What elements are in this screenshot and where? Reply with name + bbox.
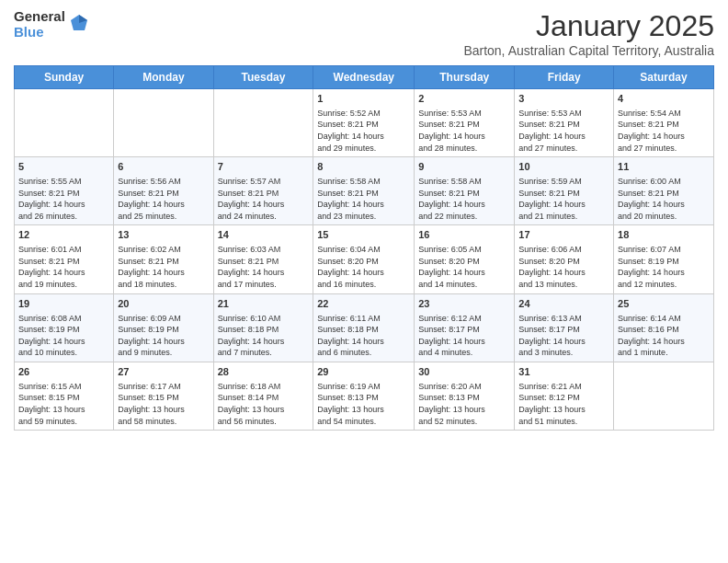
day-number: 5 bbox=[18, 160, 109, 174]
day-info: Sunrise: 6:21 AM Sunset: 8:12 PM Dayligh… bbox=[518, 381, 609, 427]
calendar-day: 14Sunrise: 6:03 AM Sunset: 8:21 PM Dayli… bbox=[213, 225, 313, 293]
day-number: 26 bbox=[18, 365, 109, 379]
day-info: Sunrise: 6:03 AM Sunset: 8:21 PM Dayligh… bbox=[218, 244, 310, 290]
day-number: 25 bbox=[618, 297, 710, 311]
logo-blue: Blue bbox=[14, 25, 44, 40]
day-info: Sunrise: 6:09 AM Sunset: 8:19 PM Dayligh… bbox=[118, 313, 209, 359]
day-info: Sunrise: 6:20 AM Sunset: 8:13 PM Dayligh… bbox=[418, 381, 510, 427]
day-number: 11 bbox=[618, 160, 710, 174]
day-info: Sunrise: 5:56 AM Sunset: 8:21 PM Dayligh… bbox=[118, 176, 209, 222]
calendar-day: 1Sunrise: 5:52 AM Sunset: 8:21 PM Daylig… bbox=[313, 89, 415, 157]
day-number: 3 bbox=[518, 92, 609, 106]
day-info: Sunrise: 6:00 AM Sunset: 8:21 PM Dayligh… bbox=[618, 176, 710, 222]
day-info: Sunrise: 5:54 AM Sunset: 8:21 PM Dayligh… bbox=[618, 108, 710, 154]
day-number: 19 bbox=[18, 297, 109, 311]
day-number: 10 bbox=[518, 160, 609, 174]
col-saturday: Saturday bbox=[614, 66, 714, 89]
day-number: 6 bbox=[118, 160, 209, 174]
day-info: Sunrise: 6:06 AM Sunset: 8:20 PM Dayligh… bbox=[518, 244, 609, 290]
day-info: Sunrise: 5:59 AM Sunset: 8:21 PM Dayligh… bbox=[518, 176, 609, 222]
calendar-page: General Blue January 2025 Barton, Austra… bbox=[0, 0, 728, 563]
day-number: 21 bbox=[218, 297, 310, 311]
day-number: 12 bbox=[18, 228, 109, 242]
day-number: 20 bbox=[118, 297, 209, 311]
calendar-week-row: 5Sunrise: 5:55 AM Sunset: 8:21 PM Daylig… bbox=[15, 157, 714, 225]
day-info: Sunrise: 6:05 AM Sunset: 8:20 PM Dayligh… bbox=[418, 244, 510, 290]
day-info: Sunrise: 6:04 AM Sunset: 8:20 PM Dayligh… bbox=[317, 244, 410, 290]
day-number: 13 bbox=[118, 228, 209, 242]
calendar-day: 7Sunrise: 5:57 AM Sunset: 8:21 PM Daylig… bbox=[213, 157, 313, 225]
calendar-day: 29Sunrise: 6:19 AM Sunset: 8:13 PM Dayli… bbox=[313, 362, 415, 430]
calendar-day: 10Sunrise: 5:59 AM Sunset: 8:21 PM Dayli… bbox=[515, 157, 614, 225]
day-number: 24 bbox=[518, 297, 609, 311]
calendar-day: 26Sunrise: 6:15 AM Sunset: 8:15 PM Dayli… bbox=[15, 362, 114, 430]
day-number: 31 bbox=[518, 365, 609, 379]
col-tuesday: Tuesday bbox=[213, 66, 313, 89]
calendar-week-row: 19Sunrise: 6:08 AM Sunset: 8:19 PM Dayli… bbox=[15, 293, 714, 362]
day-info: Sunrise: 6:15 AM Sunset: 8:15 PM Dayligh… bbox=[18, 381, 109, 427]
title-block: January 2025 Barton, Australian Capital … bbox=[463, 9, 714, 58]
day-number: 17 bbox=[518, 228, 609, 242]
calendar-day: 17Sunrise: 6:06 AM Sunset: 8:20 PM Dayli… bbox=[515, 225, 614, 293]
calendar-day: 20Sunrise: 6:09 AM Sunset: 8:19 PM Dayli… bbox=[114, 293, 213, 362]
day-info: Sunrise: 6:18 AM Sunset: 8:14 PM Dayligh… bbox=[218, 381, 310, 427]
day-info: Sunrise: 6:17 AM Sunset: 8:15 PM Dayligh… bbox=[118, 381, 209, 427]
day-info: Sunrise: 5:53 AM Sunset: 8:21 PM Dayligh… bbox=[418, 108, 510, 154]
day-number: 30 bbox=[418, 365, 510, 379]
calendar-day: 9Sunrise: 5:58 AM Sunset: 8:21 PM Daylig… bbox=[415, 157, 515, 225]
col-sunday: Sunday bbox=[15, 66, 114, 89]
day-number: 14 bbox=[218, 228, 310, 242]
calendar-day: 27Sunrise: 6:17 AM Sunset: 8:15 PM Dayli… bbox=[114, 362, 213, 430]
day-info: Sunrise: 5:57 AM Sunset: 8:21 PM Dayligh… bbox=[218, 176, 310, 222]
logo-icon bbox=[69, 13, 89, 37]
day-info: Sunrise: 6:02 AM Sunset: 8:21 PM Dayligh… bbox=[118, 244, 209, 290]
day-number: 29 bbox=[317, 365, 410, 379]
calendar-day: 13Sunrise: 6:02 AM Sunset: 8:21 PM Dayli… bbox=[114, 225, 213, 293]
logo: General Blue bbox=[14, 9, 89, 40]
calendar-week-row: 12Sunrise: 6:01 AM Sunset: 8:21 PM Dayli… bbox=[15, 225, 714, 293]
calendar-day: 12Sunrise: 6:01 AM Sunset: 8:21 PM Dayli… bbox=[15, 225, 114, 293]
day-number: 8 bbox=[317, 160, 410, 174]
calendar-day: 18Sunrise: 6:07 AM Sunset: 8:19 PM Dayli… bbox=[614, 225, 714, 293]
calendar-day: 30Sunrise: 6:20 AM Sunset: 8:13 PM Dayli… bbox=[415, 362, 515, 430]
day-number: 1 bbox=[317, 92, 410, 106]
month-title: January 2025 bbox=[463, 9, 714, 43]
day-number: 16 bbox=[418, 228, 510, 242]
day-info: Sunrise: 5:52 AM Sunset: 8:21 PM Dayligh… bbox=[317, 108, 410, 154]
day-info: Sunrise: 6:10 AM Sunset: 8:18 PM Dayligh… bbox=[218, 313, 310, 359]
calendar-day: 3Sunrise: 5:53 AM Sunset: 8:21 PM Daylig… bbox=[515, 89, 614, 157]
calendar-day: 24Sunrise: 6:13 AM Sunset: 8:17 PM Dayli… bbox=[515, 293, 614, 362]
location-subtitle: Barton, Australian Capital Territory, Au… bbox=[463, 43, 714, 58]
day-number: 2 bbox=[418, 92, 510, 106]
day-info: Sunrise: 5:55 AM Sunset: 8:21 PM Dayligh… bbox=[18, 176, 109, 222]
calendar-day: 15Sunrise: 6:04 AM Sunset: 8:20 PM Dayli… bbox=[313, 225, 415, 293]
day-info: Sunrise: 6:12 AM Sunset: 8:17 PM Dayligh… bbox=[418, 313, 510, 359]
calendar-day: 5Sunrise: 5:55 AM Sunset: 8:21 PM Daylig… bbox=[15, 157, 114, 225]
calendar-day: 8Sunrise: 5:58 AM Sunset: 8:21 PM Daylig… bbox=[313, 157, 415, 225]
day-info: Sunrise: 6:19 AM Sunset: 8:13 PM Dayligh… bbox=[317, 381, 410, 427]
calendar-day: 31Sunrise: 6:21 AM Sunset: 8:12 PM Dayli… bbox=[515, 362, 614, 430]
day-number: 27 bbox=[118, 365, 209, 379]
day-info: Sunrise: 6:14 AM Sunset: 8:16 PM Dayligh… bbox=[618, 313, 710, 359]
calendar-day: 19Sunrise: 6:08 AM Sunset: 8:19 PM Dayli… bbox=[15, 293, 114, 362]
calendar-day: 11Sunrise: 6:00 AM Sunset: 8:21 PM Dayli… bbox=[614, 157, 714, 225]
day-number: 23 bbox=[418, 297, 510, 311]
day-info: Sunrise: 6:08 AM Sunset: 8:19 PM Dayligh… bbox=[18, 313, 109, 359]
header: General Blue January 2025 Barton, Austra… bbox=[14, 9, 714, 58]
day-info: Sunrise: 6:11 AM Sunset: 8:18 PM Dayligh… bbox=[317, 313, 410, 359]
calendar-day: 6Sunrise: 5:56 AM Sunset: 8:21 PM Daylig… bbox=[114, 157, 213, 225]
calendar-table: Sunday Monday Tuesday Wednesday Thursday… bbox=[14, 65, 714, 431]
day-number: 4 bbox=[618, 92, 710, 106]
col-wednesday: Wednesday bbox=[313, 66, 415, 89]
logo-general: General bbox=[14, 9, 65, 25]
day-number: 7 bbox=[218, 160, 310, 174]
calendar-day: 4Sunrise: 5:54 AM Sunset: 8:21 PM Daylig… bbox=[614, 89, 714, 157]
calendar-week-row: 26Sunrise: 6:15 AM Sunset: 8:15 PM Dayli… bbox=[15, 362, 714, 430]
calendar-day: 21Sunrise: 6:10 AM Sunset: 8:18 PM Dayli… bbox=[213, 293, 313, 362]
calendar-day: 22Sunrise: 6:11 AM Sunset: 8:18 PM Dayli… bbox=[313, 293, 415, 362]
calendar-header-row: Sunday Monday Tuesday Wednesday Thursday… bbox=[15, 66, 714, 89]
day-info: Sunrise: 6:13 AM Sunset: 8:17 PM Dayligh… bbox=[518, 313, 609, 359]
calendar-day: 16Sunrise: 6:05 AM Sunset: 8:20 PM Dayli… bbox=[415, 225, 515, 293]
day-info: Sunrise: 6:07 AM Sunset: 8:19 PM Dayligh… bbox=[618, 244, 710, 290]
day-number: 9 bbox=[418, 160, 510, 174]
